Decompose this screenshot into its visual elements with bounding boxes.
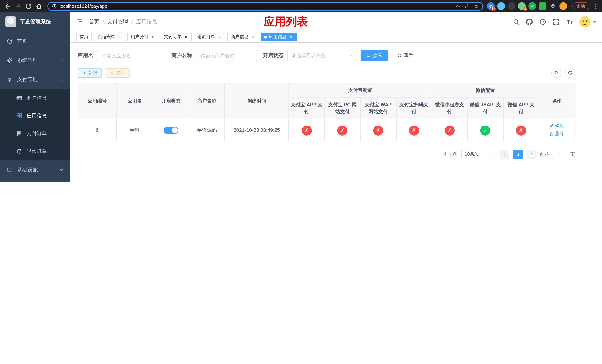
yen-icon: ¥ — [7, 76, 13, 83]
svg-text:?: ? — [542, 20, 544, 24]
search-icon — [366, 53, 371, 58]
sidebar-item-label: 系统管理 — [17, 57, 38, 64]
tab-payment-orders[interactable]: 支付订单× — [161, 32, 192, 41]
bookmark-star-icon[interactable] — [473, 3, 479, 9]
site-info-icon[interactable] — [52, 3, 57, 9]
alipay-pc-status-icon: ✗ — [337, 125, 347, 135]
breadcrumb-item[interactable]: 支付管理 — [107, 19, 128, 25]
sidebar-item-infrastructure[interactable]: 基础设施 — [0, 160, 70, 180]
back-icon[interactable] — [3, 1, 13, 11]
column-header-alipay-pc: 支付宝 PC 网站支付 — [325, 97, 360, 119]
close-icon[interactable]: × — [288, 34, 293, 39]
avatar-extension-icon[interactable]: 1 — [518, 2, 526, 10]
page-size-value: 10条/页 — [465, 151, 480, 158]
page-size-select[interactable]: 10条/页 — [461, 150, 496, 159]
puzzle-extension-icon[interactable]: 10 — [487, 2, 495, 10]
reload-icon[interactable] — [24, 1, 33, 11]
sidebar-item-home[interactable]: 首页 — [0, 32, 70, 51]
tab-label: 首页 — [80, 34, 88, 40]
sidebar-item-refund-orders[interactable]: 退款订单 — [0, 143, 70, 160]
browser-menu-icon[interactable]: ⋮ — [592, 3, 599, 9]
emoji-extension-icon[interactable] — [559, 2, 567, 10]
sidebar-item-label: 应用信息 — [27, 113, 47, 119]
check-extension-icon[interactable] — [528, 2, 536, 10]
column-header-app-id: 应用编号 — [78, 83, 117, 119]
edit-link[interactable]: 修改 — [549, 122, 564, 129]
export-button[interactable]: 导出 — [106, 68, 129, 78]
sidebar-toggle-icon[interactable] — [76, 19, 83, 25]
close-icon[interactable]: × — [150, 34, 155, 39]
goto-label: 前往 — [540, 151, 549, 158]
password-key-icon[interactable] — [456, 3, 461, 9]
merchant-name-input[interactable] — [196, 50, 257, 61]
sidebar-item-payment[interactable]: ¥ 支付管理 — [0, 70, 70, 89]
home-icon[interactable] — [34, 1, 44, 11]
close-icon[interactable]: × — [117, 34, 122, 39]
dashboard-icon — [7, 38, 13, 44]
sidebar-item-merchant-info[interactable]: 商户信息 — [0, 89, 70, 107]
app-name-label: 应用名 — [78, 52, 93, 59]
dark-extension-icon[interactable] — [508, 2, 515, 10]
tab-refund-orders[interactable]: 退款订单× — [194, 32, 225, 41]
add-button-label: 新增 — [88, 70, 97, 76]
table-toolbar: ＋ 新增 导出 — [78, 68, 575, 78]
chevron-down-icon — [59, 168, 64, 172]
column-group-alipay: 支付宝配置 — [289, 83, 432, 97]
tab-label: 用户分组 — [131, 34, 149, 40]
search-button[interactable]: 搜索 — [361, 50, 388, 61]
extension-badge: 1 — [523, 7, 527, 11]
add-button[interactable]: ＋ 新增 — [78, 68, 102, 78]
toggle-search-button[interactable] — [551, 68, 561, 78]
reset-button[interactable]: 重置 — [392, 50, 419, 61]
status-toggle[interactable] — [163, 127, 178, 134]
goto-page-input[interactable] — [553, 150, 567, 159]
tab-merchant-info[interactable]: 商户信息× — [227, 32, 258, 41]
grid-icon — [16, 113, 22, 119]
browser-update-button[interactable]: 更新 — [572, 2, 589, 10]
screen: localhost:1024/pay/app 10 1 更新 ⋮ 芋道 — [0, 0, 602, 182]
tab-app-info[interactable]: 应用信息× — [261, 32, 297, 41]
monitor-icon — [7, 167, 13, 173]
next-page-button[interactable] — [527, 150, 536, 159]
page-number-button[interactable]: 1 — [513, 150, 523, 159]
gem-extension-icon[interactable] — [497, 2, 505, 10]
user-avatar-menu[interactable] — [580, 16, 596, 27]
sidebar-item-payment-orders[interactable]: 支付订单 — [0, 125, 70, 143]
apps-table: 应用编号 应用名 开启状态 商户名称 创建时间 支付宝配置 微信配置 操作 支付… — [78, 83, 575, 142]
breadcrumb-item[interactable]: 首页 — [89, 19, 99, 25]
wechat-mini-status-icon: ✗ — [444, 125, 454, 135]
delete-link[interactable]: 删除 — [549, 130, 564, 137]
url-text: localhost:1024/pay/app — [60, 3, 107, 9]
document-icon — [16, 131, 22, 137]
sidebar-item-app-info[interactable]: 应用信息 — [0, 107, 70, 125]
search-icon[interactable] — [513, 19, 519, 25]
close-icon[interactable]: × — [250, 34, 255, 39]
tab-label: 支付订单 — [164, 34, 182, 40]
sidebar-item-dev-tools[interactable]: 研发工具 — [0, 180, 70, 182]
app-name-input[interactable] — [97, 50, 165, 61]
status-select[interactable]: 请选择开启状态 — [287, 50, 357, 61]
card-icon — [16, 95, 22, 101]
prev-page-button[interactable] — [500, 150, 509, 159]
github-icon[interactable] — [526, 19, 533, 25]
sidebar-item-system[interactable]: 系统管理 — [0, 51, 70, 70]
close-icon[interactable]: × — [184, 34, 188, 39]
tab-process-form[interactable]: 流程表单× — [94, 32, 125, 41]
avatar — [580, 16, 591, 27]
extensions-pin-icon[interactable] — [549, 2, 557, 10]
column-header-wechat-jsapi: 微信 JSAPI 支付 — [467, 97, 503, 119]
note-extension-icon[interactable] — [539, 2, 547, 10]
refresh-table-button[interactable] — [565, 68, 575, 78]
app-title: 芋道管理系统 — [20, 19, 51, 25]
tab-label: 退款订单 — [197, 34, 215, 40]
help-icon[interactable]: ? — [539, 19, 546, 25]
share-icon[interactable] — [465, 3, 470, 9]
font-size-icon[interactable]: TT — [566, 19, 573, 25]
address-bar[interactable]: localhost:1024/pay/app — [47, 2, 483, 11]
close-icon[interactable]: × — [217, 34, 222, 39]
forward-icon[interactable] — [13, 1, 23, 11]
fullscreen-icon[interactable] — [553, 19, 559, 25]
tab-user-group[interactable]: 用户分组× — [127, 32, 159, 41]
tab-home[interactable]: 首页 — [76, 32, 92, 41]
table-row: 6 芋道 芋道源码 2021-10-23 08:49:25 ✗ ✗ ✗ ✗ ✗ … — [78, 119, 575, 142]
